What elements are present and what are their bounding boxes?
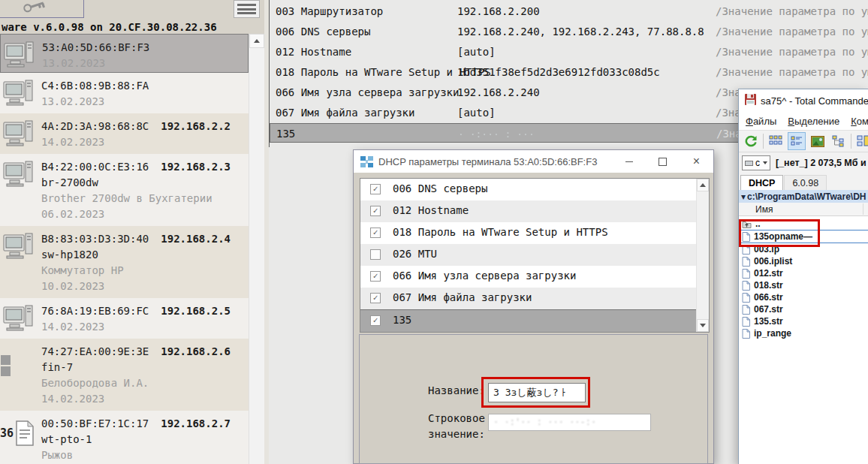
terminal-list-item[interactable]: 76:8A:19:EB:69:FC192.168.2.514.02.2023 [0,298,249,339]
drive-selector[interactable]: c [742,155,770,170]
checkbox-unchecked-icon[interactable] [370,249,381,260]
file-row[interactable]: ip_range [739,327,868,339]
chevron-up-icon [254,39,260,43]
terminal-mac-line: 00:50:BF:E7:1C:17192.168.2.7 [41,416,246,432]
terminal-list-item[interactable]: 3600:50:BF:E7:1C:17192.168.2.7wt-pto-1Ры… [0,411,249,464]
key-icon [22,0,46,16]
annotation-file-highlight [739,219,820,247]
scroll-up-button[interactable] [697,179,709,191]
terminal-ip: 192.168.2.6 [161,345,231,357]
dhcp-option-row[interactable]: ✓018 Пароль на WTware Setup и HTTPS [360,222,709,244]
terminal-name: wt-pto-1 [41,432,246,447]
dhcp-option-row[interactable]: ✓067 Имя файла загрузки [360,288,709,309]
menu-item-файлы[interactable]: Файлы [746,116,776,127]
file-icon [742,257,750,267]
dhcp-option-row[interactable]: 026 MTU [360,244,709,266]
terminal-comment: Brother 2700dw в Бухгатерии [41,191,246,206]
full-view-icon[interactable] [788,132,806,150]
refresh-icon[interactable] [742,132,760,150]
terminals-view-button[interactable] [0,0,84,18]
terminal-mac: B4:22:00:0C:E3:16 [41,161,149,173]
tc-drive-bar: c [_нет_] 2 073,5 Мб и [739,152,868,173]
file-row[interactable]: 067.str [739,303,868,315]
checkbox-checked-icon[interactable]: ✓ [370,271,381,282]
file-name: 135.str [754,316,783,327]
param-row[interactable]: 003 Маршрутизатор192.168.2.200/Значение … [270,2,868,22]
file-row[interactable]: 066.str [739,291,868,303]
param-row[interactable]: 018 Пароль на WTware Setup и HTTPS1bd351… [270,62,868,83]
path-arrow-icon: ▾ [741,191,746,202]
file-row[interactable]: 006.iplist [739,255,868,267]
dhcp-option-row[interactable]: ✓006 DNS серверы [360,179,709,200]
dhcp-dialog: DHCP параметры терминала 53:A0:5D:66:BF:… [353,149,714,464]
checkbox-checked-icon[interactable]: ✓ [370,184,381,194]
scroll-up-button[interactable] [249,34,264,48]
quick-view-icon[interactable] [854,132,868,150]
sidebar-scrollbar[interactable] [249,34,264,464]
dhcp-option-row[interactable]: ✓012 Hostname [360,200,709,222]
brief-view-icon[interactable] [767,132,785,150]
dialog-title-bar[interactable]: DHCP параметры терминала 53:A0:5D:66:BF:… [354,150,713,173]
dhcp-option-label: 067 Имя файла загрузки [393,291,532,303]
column-divider [863,203,863,215]
thumbnails-view-icon[interactable] [809,132,827,150]
menu-item-команд[interactable]: Команд [851,116,868,127]
terminal-mac-line: 74:27:EA:00:9E:3E192.168.2.6 [41,344,246,360]
terminal-date: 13.02.2023 [41,94,246,110]
dhcp-option-row[interactable]: ✓066 Имя узла сервера загрузки [360,266,709,288]
toolbar-separator [851,134,851,149]
version-status: ware v.6.0.98 on 20.CF.30.08.22.36 [2,21,217,33]
minimize-button[interactable] [612,150,646,173]
checkbox-checked-icon[interactable]: ✓ [370,315,381,326]
param-value: [auto] [457,107,496,119]
checkbox-checked-icon[interactable]: ✓ [370,293,381,303]
param-default-note: /Значение параметра по ум [716,26,868,38]
scroll-down-button[interactable] [697,319,709,332]
dhcp-option-label: 026 MTU [393,248,437,260]
file-row[interactable]: 135.str [739,315,868,327]
tc-column-header[interactable]: Имя [739,203,868,216]
param-name: 067 Имя файла загрузки [276,107,414,119]
dhcp-dialog-icon [360,156,373,167]
terminal-badge: 36 [0,426,14,440]
terminal-list-item[interactable]: 4A:2D:3A:98:68:8C192.168.2.214.02.2023 [0,113,249,154]
computer-icon [3,120,35,150]
terminal-date: 14.02.2023 [41,319,246,335]
maximize-button[interactable] [646,150,680,173]
terminal-list-item[interactable]: 74:27:EA:00:9E:3E192.168.2.6fin-7Белобор… [0,339,249,411]
tab-6.0.98[interactable]: 6.0.98 [784,175,827,190]
name-label: Название: [428,384,485,396]
tab-dhcp[interactable]: DHCP [740,175,783,190]
terminal-list-item[interactable]: C4:6B:08:9B:88:FA13.02.2023 [0,73,249,113]
terminal-mac: 4A:2D:3A:98:68:8C [41,120,149,132]
option-list-scrollbar[interactable] [696,179,709,332]
chevron-down-icon [700,324,706,327]
tree-view-icon[interactable] [830,132,848,150]
close-button[interactable]: × [680,150,713,173]
param-row[interactable]: 012 Hostname[auto]/Значение параметра по… [270,42,868,62]
param-name: 135 [276,128,295,140]
drive-free-space: [_нет_] 2 073,5 Мб и [776,158,866,168]
document-icon [15,420,35,449]
dhcp-option-row[interactable]: ✓135 [360,309,709,332]
checkbox-checked-icon[interactable]: ✓ [370,206,381,216]
terminal-list: 53:A0:5D:66:BF:F313.02.2023C4:6B:08:9B:8… [0,34,249,464]
column-name-header: Имя [755,204,773,215]
terminal-ip: 192.168.2.2 [161,120,231,132]
terminal-list-item[interactable]: B4:22:00:0C:E3:16192.168.2.3br-2700dwBro… [0,154,249,226]
tc-path-bar[interactable]: ▾ c:\ProgramData\WTware\DH [739,190,868,203]
computers-icon [0,0,4,20]
hamburger-menu-icon[interactable] [234,0,260,18]
terminal-list-item[interactable]: B8:83:03:D3:3D:40192.168.2.4sw-hp1820Ком… [0,226,249,298]
checkbox-checked-icon[interactable]: ✓ [370,227,381,238]
file-row[interactable]: 018.str [739,279,868,291]
terminal-name: br-2700dw [41,175,246,191]
string-value-input[interactable]: · ·:'·· : ··· ··-:· [488,414,651,431]
file-row[interactable]: 012.str [739,267,868,279]
param-name: 003 Маршрутизатор [276,5,383,17]
param-row[interactable]: 006 DNS серверы192.168.2.240, 192.168.2.… [270,22,868,42]
terminal-list-item[interactable]: 53:A0:5D:66:BF:F313.02.2023 [0,34,249,73]
terminal-name: fin-7 [41,360,246,375]
menu-item-выделение[interactable]: Выделение [788,116,839,127]
tc-title-bar[interactable]: sa75^ - Total Commander ( [739,89,868,112]
